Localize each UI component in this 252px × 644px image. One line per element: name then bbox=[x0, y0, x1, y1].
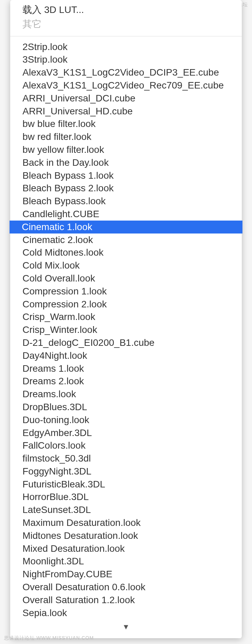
lut-item[interactable]: bw blue filter.look bbox=[10, 117, 242, 130]
lut-item[interactable]: Day4Night.look bbox=[10, 349, 242, 362]
lut-item[interactable]: filmstock_50.3dl bbox=[10, 452, 242, 465]
lut-item[interactable]: Cold Midtones.look bbox=[10, 246, 242, 259]
lut-item[interactable]: HorrorBlue.3DL bbox=[10, 490, 242, 503]
lut-item[interactable]: Compression 1.look bbox=[10, 285, 242, 298]
lut-item[interactable]: 3Strip.look bbox=[10, 53, 242, 66]
lut-item[interactable]: ARRI_Universal_HD.cube bbox=[10, 105, 242, 118]
lut-item[interactable]: bw yellow filter.look bbox=[10, 143, 242, 156]
lut-item[interactable]: Cold Overall.look bbox=[10, 272, 242, 285]
lut-item[interactable]: Bleach Bypass.look bbox=[10, 195, 242, 208]
lut-item[interactable]: Dreams.look bbox=[10, 388, 242, 401]
lut-item[interactable]: Crisp_Warm.look bbox=[10, 310, 242, 323]
lut-item[interactable]: ARRI_Universal_DCI.cube bbox=[10, 92, 242, 105]
lut-item[interactable]: Cinematic 1.look bbox=[10, 221, 242, 234]
lut-item[interactable]: EdgyAmber.3DL bbox=[10, 426, 242, 439]
lut-item[interactable]: Overall Saturation 1.2.look bbox=[10, 594, 242, 607]
lut-item[interactable]: Mixed Desaturation.look bbox=[10, 542, 242, 555]
lut-item[interactable]: 2Strip.look bbox=[10, 41, 242, 53]
lut-item[interactable]: Midtones Desaturation.look bbox=[10, 529, 242, 542]
lut-item[interactable]: Candlelight.CUBE bbox=[10, 208, 242, 221]
lut-list: 2Strip.look3Strip.lookAlexaV3_K1S1_LogC2… bbox=[10, 41, 242, 619]
lut-item[interactable]: bw red filter.look bbox=[10, 130, 242, 143]
other-menu-item: 其它 bbox=[10, 17, 242, 31]
lut-item[interactable]: Maximum Desaturation.look bbox=[10, 516, 242, 529]
lut-item[interactable]: FoggyNight.3DL bbox=[10, 465, 242, 478]
dropdown-header: 载入 3D LUT... 其它 bbox=[10, 3, 242, 35]
lut-item[interactable]: Sepia.look bbox=[10, 607, 242, 619]
lut-item[interactable]: AlexaV3_K1S1_LogC2Video_DCIP3_EE.cube bbox=[10, 66, 242, 79]
lut-item[interactable]: Duo-toning.look bbox=[10, 414, 242, 426]
lut-item[interactable]: Back in the Day.look bbox=[10, 156, 242, 169]
lut-item[interactable]: Dreams 2.look bbox=[10, 375, 242, 388]
lut-item[interactable]: LateSunset.3DL bbox=[10, 503, 242, 516]
lut-item[interactable]: FuturisticBleak.3DL bbox=[10, 478, 242, 491]
lut-item[interactable]: Moonlight.3DL bbox=[10, 555, 242, 568]
load-3d-lut-menu-item[interactable]: 载入 3D LUT... bbox=[10, 3, 242, 17]
lut-item[interactable]: Compression 2.look bbox=[10, 298, 242, 311]
menu-divider bbox=[10, 36, 242, 36]
lut-item[interactable]: FallColors.look bbox=[10, 439, 242, 452]
lut-item[interactable]: Crisp_Winter.look bbox=[10, 323, 242, 336]
lut-item[interactable]: NightFromDay.CUBE bbox=[10, 568, 242, 581]
lut-item[interactable]: Bleach Bypass 1.look bbox=[10, 169, 242, 182]
lut-dropdown-panel: 载入 3D LUT... 其它 2Strip.look3Strip.lookAl… bbox=[10, 0, 242, 638]
lut-item[interactable]: Cinematic 2.look bbox=[10, 234, 242, 246]
scroll-down-indicator[interactable]: ▼ bbox=[10, 619, 242, 631]
watermark-bottom: 思缘设计论坛 WWW.MISSYUAN.COM bbox=[4, 635, 94, 641]
lut-item[interactable]: Overall Desaturation 0.6.look bbox=[10, 581, 242, 594]
lut-item[interactable]: D-21_delogC_EI0200_B1.cube bbox=[10, 336, 242, 349]
lut-item[interactable]: Bleach Bypass 2.look bbox=[10, 182, 242, 195]
lut-item[interactable]: DropBlues.3DL bbox=[10, 401, 242, 414]
lut-item[interactable]: AlexaV3_K1S1_LogC2Video_Rec709_EE.cube bbox=[10, 79, 242, 92]
lut-item[interactable]: Cold Mix.look bbox=[10, 259, 242, 272]
lut-item[interactable]: Dreams 1.look bbox=[10, 362, 242, 375]
